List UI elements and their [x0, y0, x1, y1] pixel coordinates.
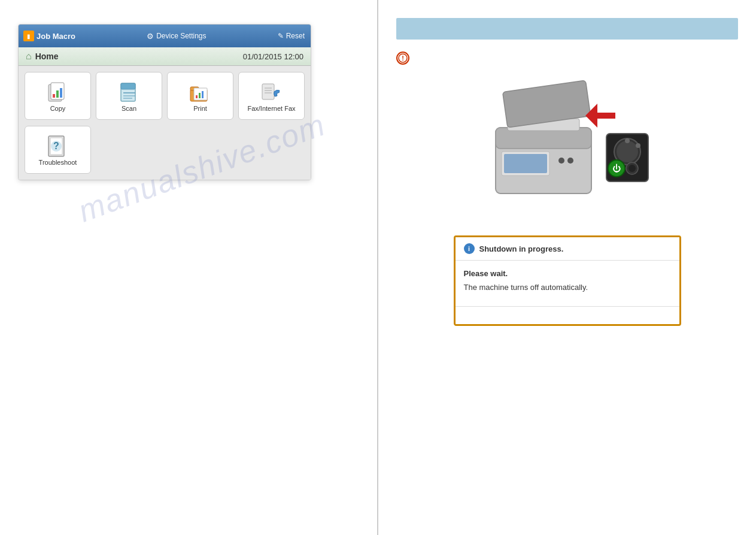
copy-label: Copy [50, 105, 66, 112]
print-label: Print [193, 105, 207, 112]
datetime-display: 01/01/2015 12:00 [243, 52, 303, 61]
svg-text:?: ? [53, 141, 59, 151]
troubleshoot-label: Troubleshoot [39, 159, 77, 166]
scan-icon [117, 81, 141, 105]
svg-point-40 [636, 143, 640, 148]
svg-text:!: ! [402, 55, 404, 62]
gear-icon: ⚙ [147, 32, 154, 41]
svg-rect-16 [262, 84, 274, 99]
fax-label: Fax/Internet Fax [247, 105, 295, 112]
svg-marker-35 [585, 104, 615, 128]
svg-rect-14 [199, 93, 201, 98]
svg-point-44 [629, 165, 636, 172]
svg-rect-3 [56, 90, 59, 98]
shutdown-dialog-header: i Shutdown in progress. [456, 237, 679, 261]
device-settings-button[interactable]: ⚙ Device Settings [147, 32, 206, 41]
shutdown-dialog-body: Please wait. The machine turns off autom… [456, 261, 679, 306]
svg-point-32 [558, 158, 564, 164]
printer-svg: ⏻ [478, 80, 657, 211]
copy-button[interactable]: Copy [25, 72, 91, 120]
titlebar-left: ▮ Job Macro [19, 31, 75, 41]
warning-icon: ! [396, 52, 738, 68]
svg-point-38 [617, 141, 638, 162]
button-grid-row1: Copy Scan [19, 66, 311, 126]
reset-icon: ✎ [278, 32, 284, 40]
reset-button[interactable]: ✎ Reset [278, 32, 311, 40]
svg-rect-4 [60, 88, 62, 98]
shutdown-dialog: i Shutdown in progress. Please wait. The… [454, 235, 681, 326]
svg-rect-31 [504, 154, 547, 173]
svg-rect-15 [202, 91, 204, 98]
left-panel: ▮ Job Macro ⚙ Device Settings ✎ Reset ⌂ … [0, 0, 377, 535]
button-grid-row2: ? Troubleshoot [19, 126, 311, 180]
printer-illustration: ⏻ [478, 80, 657, 217]
job-macro-label: Job Macro [37, 32, 75, 41]
homebar: ⌂ Home 01/01/2015 12:00 [19, 47, 311, 66]
reset-label: Reset [286, 32, 305, 40]
home-icon: ⌂ [26, 51, 32, 62]
printer-image-area: ⏻ [396, 80, 738, 217]
svg-text:⏻: ⏻ [612, 164, 621, 173]
svg-rect-2 [53, 94, 55, 98]
info-icon: i [464, 243, 475, 254]
scan-label: Scan [122, 105, 136, 112]
svg-point-39 [625, 138, 630, 143]
print-button[interactable]: Print [167, 72, 233, 120]
homebar-left: ⌂ Home [26, 51, 59, 62]
troubleshoot-icon: ? [46, 135, 70, 159]
job-macro-icon: ▮ [23, 31, 34, 41]
section-header-bar [396, 18, 738, 40]
shutdown-body-line1: Please wait. [464, 268, 671, 280]
svg-point-33 [567, 158, 573, 164]
printer-ui: ▮ Job Macro ⚙ Device Settings ✎ Reset ⌂ … [18, 24, 311, 180]
troubleshoot-button[interactable]: ? Troubleshoot [25, 126, 91, 174]
fax-icon [260, 81, 284, 105]
shutdown-body-line2: The machine turns off automatically. [464, 282, 671, 294]
svg-rect-13 [196, 95, 198, 98]
scan-button[interactable]: Scan [96, 72, 162, 120]
print-icon [189, 81, 212, 105]
fax-button[interactable]: Fax/Internet Fax [238, 72, 305, 120]
copy-icon [46, 81, 70, 105]
home-label: Home [35, 52, 59, 61]
shutdown-header-text: Shutdown in progress. [479, 244, 564, 253]
titlebar: ▮ Job Macro ⚙ Device Settings ✎ Reset [19, 25, 311, 47]
svg-rect-6 [121, 83, 135, 89]
device-settings-label: Device Settings [156, 32, 206, 40]
right-panel: ! [378, 0, 756, 535]
shutdown-dialog-footer [456, 306, 679, 324]
